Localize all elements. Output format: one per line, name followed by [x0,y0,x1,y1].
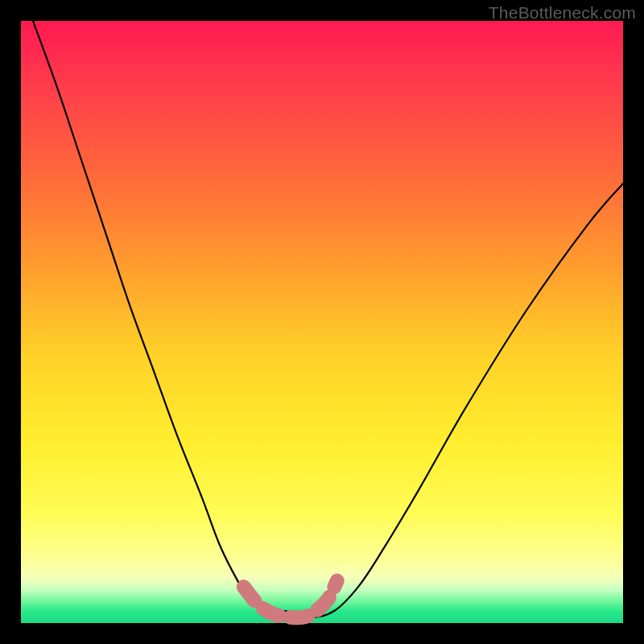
bottleneck-curve [33,21,623,617]
chart-frame: TheBottleneck.com [0,0,644,644]
gradient-plot-area [21,21,623,623]
watermark-label: TheBottleneck.com [489,3,636,23]
optimal-region-dashes [244,581,337,618]
chart-svg [21,21,623,623]
